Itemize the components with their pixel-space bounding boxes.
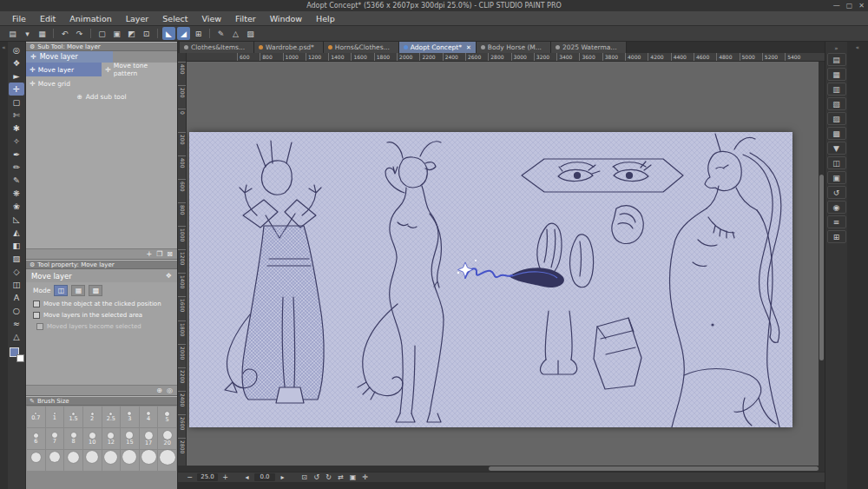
add-subtool-button[interactable]: ⊕ Add sub tool [26, 90, 177, 102]
pen-pressure-button[interactable]: ✎ [214, 27, 227, 40]
brush-size-preset[interactable] [27, 450, 45, 471]
horizontal-scrollbar-thumb[interactable] [489, 466, 819, 471]
airbrush-tool[interactable]: ❋ [9, 187, 24, 200]
text-tool[interactable]: A [9, 291, 24, 304]
brush-size-preset[interactable]: 1 [46, 406, 64, 427]
preset-pin-icon[interactable]: ❖ [166, 272, 172, 280]
panel-material-3d[interactable]: ▩ [827, 127, 846, 140]
subtool-move-layer[interactable]: ✛ Move layer [26, 63, 102, 76]
menu-item[interactable]: File [5, 11, 33, 26]
brush-size-preset[interactable] [83, 450, 102, 471]
navigator-icon[interactable]: ✛ [360, 473, 370, 481]
delete-subtool-icon[interactable]: ⊠ [167, 250, 173, 258]
gradient-tool[interactable]: ▨ [9, 252, 24, 265]
line-correction-tool[interactable]: ≈ [9, 317, 24, 330]
vertical-scrollbar[interactable] [819, 62, 825, 466]
menu-item[interactable]: Window [263, 11, 309, 26]
brush-size-preset[interactable] [121, 450, 139, 471]
zoom-fit-icon[interactable]: ⊡ [299, 473, 309, 481]
brush-size-preset[interactable]: 7 [46, 428, 64, 449]
new-canvas-button[interactable]: ▤ [6, 27, 19, 40]
toolbar-divider[interactable] [90, 29, 91, 38]
operation-tool[interactable]: ► [9, 69, 24, 83]
wand-tool[interactable]: ✱ [9, 122, 24, 135]
invert-selection-button[interactable]: ◩ [125, 27, 138, 40]
panel-quick-access[interactable]: ▤ [827, 53, 846, 66]
brush-size-preset[interactable]: 2 [83, 406, 102, 427]
subtool-move-grid[interactable]: ✛ Move grid [26, 76, 102, 90]
toolbar-divider[interactable] [209, 29, 210, 38]
move-screen-tool[interactable]: ❖ [9, 56, 24, 69]
panel-item-bank[interactable]: ▣ [827, 171, 846, 184]
document-tab[interactable]: Clothes&Items... [180, 42, 254, 53]
ruler-tool[interactable]: △ [9, 330, 24, 343]
eyedropper-tool[interactable]: ✧ [9, 135, 24, 148]
menu-item[interactable]: Filter [228, 11, 263, 26]
menu-item[interactable]: Select [155, 11, 194, 26]
document-tab[interactable]: Wardrobe.psd* [254, 42, 324, 53]
brush-size-preset[interactable] [64, 450, 82, 471]
rotate-ccw-icon[interactable]: ↺ [312, 473, 321, 481]
panel-material-download[interactable]: ▼ [827, 142, 846, 155]
new-subtool-icon[interactable]: + [146, 250, 152, 258]
snap-to-special-ruler-button[interactable]: ◢ [177, 27, 190, 40]
undo-button[interactable]: ↶ [58, 27, 71, 40]
document-canvas[interactable] [189, 132, 792, 427]
vertical-scrollbar-thumb[interactable] [819, 175, 824, 360]
brush-size-preset[interactable]: 6 [27, 428, 45, 449]
brush-size-preset[interactable]: 3 [121, 406, 139, 427]
panel-history[interactable]: ↺ [827, 186, 846, 199]
redo-button[interactable]: ↷ [73, 27, 86, 40]
panel-material-image[interactable]: ▨ [827, 112, 846, 125]
panel-information[interactable]: ◉ [827, 201, 846, 214]
flip-horizontal-icon[interactable]: ⇄ [336, 473, 345, 481]
zoom-out-icon[interactable]: − [185, 473, 194, 481]
brush-size-preset[interactable]: 5 [158, 406, 176, 427]
brush-size-preset[interactable]: 10 [83, 428, 102, 449]
brush-size-preset[interactable]: 12 [102, 428, 121, 449]
reset-view-icon[interactable]: ▣ [348, 473, 358, 481]
panel-material-manga[interactable]: ▧ [827, 97, 846, 110]
panel-material-mono[interactable]: ▥ [827, 83, 846, 96]
mode-move-grid-button[interactable]: ▩ [89, 285, 102, 296]
panel-material-color[interactable]: ▦ [827, 68, 846, 81]
menu-item[interactable]: View [195, 11, 229, 26]
panel-sub-view[interactable]: ◫ [827, 156, 846, 169]
frame-border-tool[interactable]: ◫ [9, 278, 24, 291]
minimize-button[interactable]: — [833, 2, 840, 10]
document-tab[interactable]: Adopt Concept* ✕ [399, 42, 477, 53]
zoom-in-icon[interactable]: + [220, 473, 230, 481]
select-border-button[interactable]: ⊡ [140, 27, 153, 40]
canvas-viewport[interactable] [187, 62, 819, 466]
brush-size-preset[interactable] [140, 450, 158, 471]
subtool-move-tone-pattern[interactable]: ✛ Move tone pattern [102, 63, 177, 76]
deselect-button[interactable]: ▢ [95, 27, 108, 40]
balloon-tool[interactable]: ○ [9, 304, 24, 317]
panel-timeline[interactable]: ≡ [827, 215, 846, 228]
rotate-right-icon[interactable]: ▸ [278, 473, 287, 481]
menu-item[interactable]: Help [309, 11, 342, 26]
brush-size-preset[interactable]: 8 [64, 428, 82, 449]
new-folder-icon[interactable]: ❐ [156, 250, 162, 258]
collapse-right-edge-icon[interactable]: « [856, 44, 859, 489]
pen-tool[interactable]: ✒ [9, 148, 24, 161]
brush-size-preset[interactable]: 1.5 [64, 406, 82, 427]
brush-size-preset[interactable]: 4 [140, 406, 158, 427]
brush-size-preset[interactable]: 15 [121, 428, 139, 449]
menu-item[interactable]: Animation [62, 11, 118, 26]
subtool-group-tab[interactable]: ✛ Move layer [26, 51, 113, 63]
toolbar-divider[interactable] [53, 29, 54, 38]
eraser-tool[interactable]: ◺ [9, 213, 24, 226]
brush-size-preset[interactable]: 0.7 [27, 406, 45, 427]
document-tab[interactable]: Horns&Clothes... [324, 42, 399, 53]
secondary-color-swatch[interactable] [16, 354, 24, 362]
figure-tool[interactable]: ◇ [9, 265, 24, 278]
decoration-tool[interactable]: ❀ [9, 200, 24, 213]
reselect-button[interactable]: ▣ [110, 27, 123, 40]
save-button[interactable]: ▦ [36, 27, 49, 40]
brush-tool[interactable]: ✎ [9, 174, 24, 187]
menu-item[interactable]: Edit [33, 11, 62, 26]
checkbox[interactable] [33, 312, 40, 319]
toolbar-divider[interactable] [157, 29, 158, 38]
move-layer-tool[interactable]: ✛ [9, 83, 24, 96]
